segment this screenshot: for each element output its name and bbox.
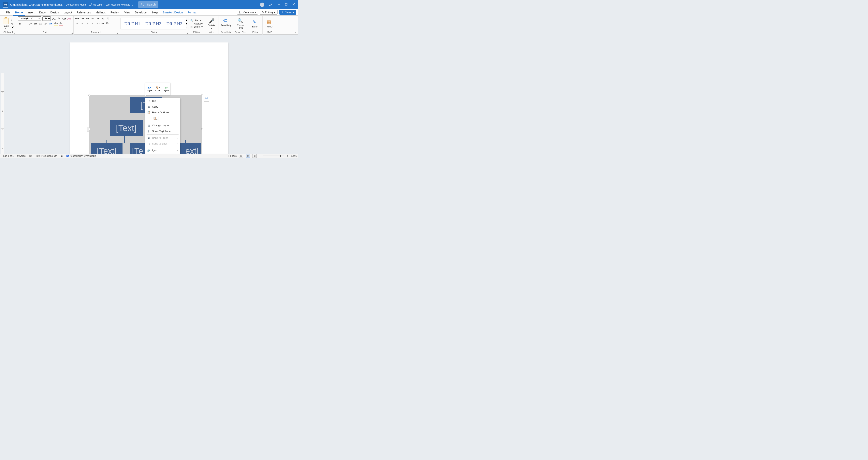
sort-icon[interactable]: A↓: [101, 17, 105, 20]
italic-icon[interactable]: I: [23, 22, 27, 26]
user-avatar[interactable]: [260, 3, 265, 7]
resize-handle[interactable]: [201, 128, 203, 130]
ctx-change-layout[interactable]: ▥Change Layout...: [145, 123, 180, 128]
shading-icon[interactable]: ◊▾: [101, 21, 105, 25]
text-pane-toggle[interactable]: ‹: [87, 127, 89, 132]
chevron-down-icon[interactable]: ⌄: [131, 3, 133, 6]
paste-button[interactable]: Paste ▾: [2, 18, 10, 29]
font-name-select[interactable]: Calibri (Body): [18, 17, 41, 21]
select-button[interactable]: ▭ Select ▾: [190, 26, 203, 28]
word-count[interactable]: 0 words: [17, 154, 26, 157]
tab-help[interactable]: Help: [150, 9, 160, 16]
underline-icon[interactable]: U▾: [28, 22, 32, 26]
font-color-icon[interactable]: A▾: [59, 22, 63, 26]
vertical-ruler[interactable]: 1234: [1, 73, 4, 153]
tab-developer[interactable]: Developer: [132, 9, 150, 16]
format-painter-icon[interactable]: 🖌: [11, 26, 14, 29]
tab-references[interactable]: References: [74, 9, 93, 16]
mini-style-button[interactable]: ◧▾ Style: [145, 83, 154, 95]
sensitivity-label[interactable]: No Label: [93, 3, 102, 6]
editing-mode-button[interactable]: ✎ Editing ▾: [259, 10, 278, 15]
focus-mode[interactable]: ▯ Focus: [228, 154, 237, 157]
copy-icon[interactable]: ⧉: [11, 22, 14, 25]
text-effects-icon[interactable]: A▾: [49, 22, 53, 26]
align-left-icon[interactable]: ≡: [75, 21, 79, 25]
last-modified[interactable]: Last Modified: 49m ago: [105, 3, 130, 6]
close-button[interactable]: [292, 3, 295, 6]
layout-options-icon[interactable]: [204, 96, 209, 102]
zoom-slider[interactable]: [263, 155, 284, 156]
resize-handle[interactable]: [201, 94, 203, 96]
shrink-font-icon[interactable]: A▾: [57, 17, 61, 21]
maximize-button[interactable]: [285, 3, 288, 6]
read-mode-icon[interactable]: ▤: [239, 154, 243, 158]
tab-layout[interactable]: Layout: [61, 9, 74, 16]
numbering-icon[interactable]: 1≡▾: [80, 17, 84, 20]
style-item[interactable]: DR.F H3: [166, 21, 182, 26]
justify-icon[interactable]: ≡: [91, 21, 94, 25]
web-layout-icon[interactable]: ▦: [252, 154, 257, 158]
dictate-button[interactable]: 🎤 Dictate▾: [206, 18, 217, 29]
style-item[interactable]: DR.F H1: [124, 21, 140, 26]
bold-icon[interactable]: B: [18, 22, 22, 26]
bullets-icon[interactable]: •≡▾: [75, 17, 79, 20]
smartart-node[interactable]: [Text]: [91, 143, 123, 153]
resize-handle[interactable]: [88, 94, 90, 96]
pen-icon[interactable]: [269, 3, 273, 7]
zoom-in-icon[interactable]: +: [287, 154, 288, 157]
tab-home[interactable]: Home: [13, 9, 25, 16]
sensitivity-button[interactable]: 🏷 Sensitivity▾: [220, 18, 231, 29]
highlight-icon[interactable]: ab▾: [54, 22, 58, 26]
zoom-level[interactable]: 100%: [290, 154, 297, 157]
smartart-node[interactable]: [Text]: [110, 120, 143, 136]
strikethrough-icon[interactable]: ab: [33, 22, 37, 26]
mmd-button[interactable]: ▦ MMD: [264, 19, 275, 28]
minimize-button[interactable]: [277, 3, 280, 6]
tab-review[interactable]: Review: [108, 9, 122, 16]
mini-color-button[interactable]: 🎨▾ Color: [154, 83, 162, 95]
text-predictions-icon[interactable]: ⌨: [29, 154, 32, 157]
print-layout-icon[interactable]: ▥: [246, 154, 250, 158]
styles-more[interactable]: ▴▾▿: [185, 18, 187, 29]
subscript-icon[interactable]: x₂: [38, 22, 42, 26]
dialog-launcher-icon[interactable]: ◢: [14, 32, 16, 34]
ctx-link[interactable]: 🔗Link›: [145, 147, 180, 153]
align-right-icon[interactable]: ≡: [86, 21, 89, 25]
paste-option-keep-text-icon[interactable]: 📋A: [152, 116, 158, 121]
line-spacing-icon[interactable]: ↕≡▾: [96, 21, 100, 25]
zoom-out-icon[interactable]: −: [259, 154, 260, 157]
style-item[interactable]: DR.F H2: [145, 21, 161, 26]
tab-draw[interactable]: Draw: [37, 9, 48, 16]
collapse-ribbon-icon[interactable]: ⌄: [295, 31, 297, 34]
change-case-icon[interactable]: Aa▾: [62, 17, 66, 21]
multilevel-list-icon[interactable]: ≣▾: [86, 17, 89, 20]
replace-button[interactable]: ↔ Replace: [190, 22, 203, 25]
ctx-cut[interactable]: ✂Cut: [145, 98, 180, 104]
show-marks-icon[interactable]: ¶: [106, 17, 110, 20]
cut-icon[interactable]: ✂: [11, 19, 14, 22]
find-button[interactable]: 🔍 Find ▾: [190, 19, 203, 22]
share-button[interactable]: ⇧ Share ▾: [279, 10, 296, 15]
page-count[interactable]: Page 1 of 1: [2, 154, 13, 157]
tab-design[interactable]: Design: [48, 9, 61, 16]
comments-button[interactable]: 💬 Comments: [237, 10, 258, 15]
align-center-icon[interactable]: ≡: [80, 21, 84, 25]
reuse-files-button[interactable]: 🔍 Reuse Files: [235, 18, 246, 29]
tab-file[interactable]: File: [4, 9, 13, 16]
mini-layout-button[interactable]: ▥▾ Layout: [162, 83, 170, 95]
ctx-show-text-pane[interactable]: ▯Show Text Pane: [145, 128, 180, 134]
accessibility-status[interactable]: ♿ Accessibility: Unavailable: [66, 154, 96, 157]
tab-format[interactable]: Format: [185, 9, 199, 16]
text-predictions[interactable]: Text Predictions: On: [36, 154, 57, 157]
clear-formatting-icon[interactable]: A◇: [67, 17, 71, 21]
styles-gallery[interactable]: DR.F H1 DR.F H2 DR.F H3: [121, 18, 186, 29]
font-size-select[interactable]: 18+: [42, 17, 51, 21]
tab-insert[interactable]: Insert: [25, 9, 37, 16]
tab-smartart-design[interactable]: SmartArt Design: [160, 9, 185, 16]
borders-icon[interactable]: ⊞▾: [106, 21, 110, 25]
ctx-copy[interactable]: ⧉Copy: [145, 104, 180, 110]
decrease-indent-icon[interactable]: ⇤: [91, 17, 94, 20]
macro-recorder-icon[interactable]: ◉: [61, 154, 63, 157]
tab-view[interactable]: View: [122, 9, 132, 16]
superscript-icon[interactable]: x²: [43, 22, 48, 26]
